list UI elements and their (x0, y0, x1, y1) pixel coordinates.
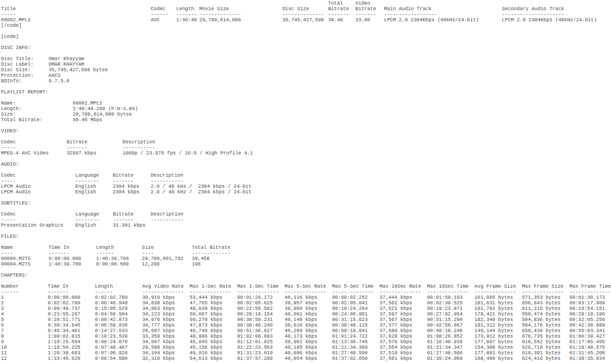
field-value: 29,789,614,080 bytes (73, 111, 132, 117)
table-header-cell: Total Bitrate (192, 245, 611, 250)
table-header-cell: Max 10Sec Time (427, 284, 475, 289)
table-row: 70:45:34.4810:14:27.53328,607 kbps46,749… (1, 328, 611, 333)
chapters-table: NumberTime InLengthAvg Video RateMax 1-S… (1, 284, 611, 361)
table-row-cell: 0:00:00.000 (49, 256, 96, 261)
field-row: Total Bitrate:39.46 Mbps (1, 117, 611, 123)
field-row: Length:1:40:40.200 (h:m:s.ms) (1, 106, 611, 111)
table-row-cell: 40,173 kbps (284, 333, 332, 339)
table-underline-cell: ------ (96, 250, 142, 256)
table-row-cell: 01:01:24.722 (332, 333, 380, 339)
table-row-cell: 00:32:05.256 (569, 317, 611, 322)
table-row: 60:38:34.6450:06:59.83634,777 kbps47,873… (1, 322, 611, 328)
table-header: CodecLanguageBitrateDescription (1, 173, 611, 178)
table-header-cell: Codec (1, 211, 75, 217)
table-row: MPEG-4 AVC Video32997 kbps1080p / 23.976… (1, 150, 611, 156)
table-row-cell: 34,976 kbps (142, 317, 190, 322)
code-close-tag: [/code] (1, 23, 611, 28)
table-header: NumberTime InLengthAvg Video RateMax 1-S… (1, 284, 611, 289)
table-row-cell: 0:06:59.836 (95, 322, 142, 328)
table-row-cell: 0:38:34.645 (48, 322, 95, 328)
table-row-cell: 37,576 kbps (380, 339, 427, 345)
table-row-cell: 1:00:02.015 (48, 333, 95, 339)
table-row-cell: 6 (1, 322, 48, 328)
table-row-cell: 00:00:02.252 (332, 295, 380, 300)
table-underline-cell: -------------- (380, 289, 427, 295)
table-row-cell: 54,613 kbps (190, 356, 237, 361)
table-row-cell: 1:10:25.554 (48, 339, 95, 345)
section-title-subtitles: SUBTITLES: (1, 200, 611, 206)
table-header-top-cell (1, 0, 151, 6)
table-underline-cell: ----- (1, 12, 151, 17)
table-row-cell: 01:21:34.347 (427, 345, 475, 350)
field-row: Size:29,789,614,080 bytes (1, 111, 611, 117)
field-value: 1:40:40.200 (h:m:s.ms) (73, 106, 138, 111)
table-row-cell: 01:38:35.034 (569, 356, 611, 361)
table-row-cell: 0:14:27.533 (95, 328, 142, 333)
table-row-cell: 35,745,427,598 (282, 17, 328, 23)
table-row-cell: 12 (1, 356, 48, 361)
table-row-cell: 33,358 kbps (142, 333, 190, 339)
table-header-cell: Max 5-Sec Rate (284, 284, 332, 289)
table-row-cell: 37,444 kbps (380, 295, 427, 300)
table-row-cell: 01:16:49.938 (427, 339, 475, 345)
table-row-cell: 00:24:00.981 (332, 311, 380, 317)
table-row-cell: 571,353 bytes (522, 295, 569, 300)
field-label: Disc Size: (1, 67, 49, 73)
table-row-cell: 0:28:51.771 (48, 317, 95, 322)
table-row-cell: 01:37:02.650 (332, 356, 380, 361)
table-row-cell: 616,552 bytes (522, 339, 569, 345)
table-row-cell: 50,607 kbps (190, 311, 237, 317)
table-row-cell: 45,156 kbps (190, 345, 237, 350)
table-row-cell: 0:08:24.670 (95, 339, 142, 345)
table-row-cell: 182,349 bytes (475, 317, 522, 322)
section-title-playlist-report: PLAYLIST REPORT: (1, 89, 611, 95)
table-row-cell: 1:40:40 (176, 17, 199, 23)
table-row-cell: 2.0 / 48 kHz / 2304 kbps / 24-bit (151, 189, 611, 195)
video-table: CodecBitrateDescription-----------------… (1, 139, 611, 156)
table-row-cell: 00:55:03.341 (569, 328, 611, 333)
table-row-cell: 00:28:18.154 (237, 311, 285, 317)
table-header-top: TotalVideo (1, 0, 611, 6)
table-row-cell: 00:22:55.582 (237, 306, 285, 311)
table-row-cell: 34,104 kbps (142, 350, 190, 356)
table-row-cell: 0:45:34.481 (48, 328, 95, 333)
table-row-cell: 01:19:48.575 (569, 345, 611, 350)
summary-table: TotalVideoTitleCodecLengthMovie SizeDisc… (1, 0, 611, 23)
table-row-cell: LPCM 2.0 2304Kbps (48kHz/24-bit) (384, 17, 502, 23)
table-row: 40:23:55.2670:04:56.50434,223 kbps50,607… (1, 311, 611, 317)
table-row-cell: MPEG-4 AVC Video (1, 150, 67, 156)
field-value: Omar Khayyam (49, 56, 84, 62)
audio-table: CodecLanguageBitrateDescription---------… (1, 173, 611, 195)
table-row: 111:26:38.6930:07:06.92634,104 kbps49,91… (1, 350, 611, 356)
table-row-cell: 01:22:23.563 (237, 345, 285, 350)
table-row-cell: 30,910 kbps (142, 295, 190, 300)
field-label: Size: (1, 111, 73, 117)
table-row-cell: 0:02:02.789 (48, 300, 95, 306)
table-row-cell: 34,838 kbps (142, 300, 190, 306)
table-row-cell: 2304 kbps (113, 184, 151, 189)
table-row-cell: 2.0 / 48 kHz / 2304 kbps / 24-bit (151, 184, 611, 189)
table-row-cell: 00:30:58.231 (237, 317, 285, 322)
table-row-cell: 196 (192, 261, 611, 267)
table-row-cell: 01:13:36.745 (332, 339, 380, 345)
table-row: 00004.M2TS1:40:39.7000:00:00.50012,28819… (1, 261, 611, 267)
table-row-cell: 00:42:30.089 (569, 322, 611, 328)
table-row-cell: 37,567 kbps (380, 317, 427, 322)
table-underline-cell: -------- (75, 178, 113, 184)
table-row-cell: 594,836 bytes (522, 317, 569, 322)
table-row-cell: 39,957 kbps (284, 300, 332, 306)
table-row-cell: 00:02:05.625 (237, 300, 285, 306)
table-row-cell: 656,843 bytes (522, 300, 569, 306)
table-row-cell: 177,801 bytes (475, 350, 522, 356)
table-row-cell: 01:27:48.596 (332, 350, 380, 356)
table-underline-cell: -------------- (427, 289, 475, 295)
table-underline-cell: --------------------- (502, 12, 611, 17)
table-row-cell: English (75, 222, 113, 228)
table-row-cell: 37,580 kbps (380, 328, 427, 333)
table-row-cell: 2304 kbps (113, 189, 151, 195)
table-row-cell: 00:38:46.240 (237, 322, 285, 328)
table-header-cell: Bitrate (113, 211, 151, 217)
table-underline-cell: ------- (355, 12, 384, 17)
table-row-cell: 1 (1, 295, 48, 300)
table-row-cell: 00:51:36.927 (237, 328, 285, 333)
